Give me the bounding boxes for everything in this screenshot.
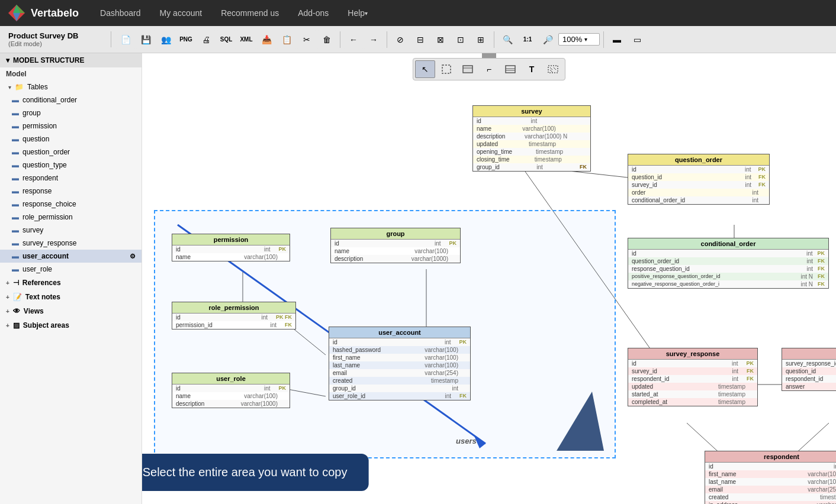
select-tool[interactable]: ↖ [415,60,435,78]
zoom-level[interactable]: 100% ▾ [558,33,600,46]
lasso-tool[interactable] [436,60,456,78]
align-left-button[interactable]: ⊟ [411,30,430,49]
import-button[interactable]: 📥 [257,30,276,49]
nav-myaccount[interactable]: My account [150,0,212,26]
sidebar-item-survey_response[interactable]: ▬ survey_response [0,237,142,250]
sidebar-item-permission[interactable]: ▬ permission [0,119,142,133]
zoom-out-button[interactable]: 🔍 [498,30,517,49]
sidebar-item-question_order[interactable]: ▬ question_order [0,146,142,159]
sidebar-references[interactable]: + ⊣ References [0,276,142,290]
svg-rect-4 [463,66,472,73]
sep4 [603,31,604,48]
views-icon: 👁 [13,307,20,315]
sidebar-item-question_type[interactable]: ▬ question_type [0,159,142,172]
logo-text: Vertabelo [31,7,79,20]
sidebar-item-response[interactable]: ▬ response [0,185,142,198]
distribute-h-button[interactable]: ⊡ [451,30,470,49]
table-row: positive_response_question_order_idint N… [628,273,828,280]
table-tool[interactable] [458,60,478,78]
table-row: idintPK [628,166,769,173]
textnotes-expand-icon[interactable]: + [6,294,9,301]
tables-expand-icon[interactable]: ▾ [8,84,11,91]
table-row: response_question_idintFK [628,265,828,273]
print-button[interactable]: 🖨 [197,30,216,49]
table-row: hashed_passwordvarchar(100) [329,346,470,354]
sidebar-item-conditional_order[interactable]: ▬ conditional_order [0,93,142,106]
export-xml-button[interactable]: XML [237,30,256,49]
sidebar-item-role_permission[interactable]: ▬ role_permission [0,211,142,224]
lasso-icon [441,64,452,75]
table-row: negative_response_question_order_iint NF… [628,280,828,288]
nav-dashboard[interactable]: Dashboard [91,0,150,26]
table-icon: ▬ [12,252,19,260]
sidebar: ▾ MODEL STRUCTURE Model ▾ 📁 Tables ▬ con… [0,53,142,504]
area-tool[interactable] [543,60,563,78]
table-row: namevarchar(100) [473,125,590,133]
text-tool[interactable]: T [522,60,542,78]
table-survey_response[interactable]: survey_response idintPK survey_idintFK r… [628,348,758,406]
sidebar-item-group[interactable]: ▬ group [0,106,142,119]
sidebar-item-survey[interactable]: ▬ survey [0,224,142,237]
sidebar-item-question[interactable]: ▬ question [0,133,142,146]
new-doc-button[interactable]: 📄 [116,30,135,49]
settings-icon[interactable]: ⚙ [130,253,136,260]
zoom-in-button[interactable]: 🔎 [538,30,557,49]
sidebar-item-user_role[interactable]: ▬ user_role [0,263,142,276]
nav-addons[interactable]: Add-ons [288,0,338,26]
views-expand-icon[interactable]: + [6,308,9,315]
subject-areas-expand-icon[interactable]: + [6,322,9,329]
elbow-tool[interactable]: ⌐ [479,60,499,78]
sidebar-textnotes[interactable]: + 📝 Text notes [0,290,142,304]
line-tool[interactable] [500,60,520,78]
table-response[interactable]: response survey_response_idintPK FK ques… [782,348,836,391]
table-question_order[interactable]: question_order idintPK question_idintFK … [628,154,770,205]
table-survey-top[interactable]: survey idint namevarchar(100) descriptio… [472,105,591,172]
users-button[interactable]: 👥 [156,30,175,49]
table-role_permission[interactable]: role_permission idintPK FK permission_id… [172,302,296,329]
table-row: idintPK [331,240,460,247]
delete-button[interactable]: 🗑 [317,30,336,49]
undo-button[interactable]: ← [344,30,363,49]
table-row: last_namevarchar(100) [329,361,470,369]
nav-help[interactable]: Help [338,0,377,26]
edit-mode-label: (Edit mode) [8,40,107,47]
table-icon: ▬ [12,122,19,130]
collapse-icon[interactable]: ▾ [6,56,9,64]
table-conditional_order[interactable]: conditional_order idintPK question_order… [628,238,829,289]
align-right-button[interactable]: ⊠ [431,30,450,49]
view-mode-button2[interactable]: ▭ [628,30,647,49]
table-row: idintPK [705,463,836,470]
nav-recommend[interactable]: Recommend us [211,0,288,26]
cut-button[interactable]: ✂ [297,30,316,49]
export-png-button[interactable]: PNG [176,30,195,49]
redo-button[interactable]: → [364,30,383,49]
table-respondent[interactable]: respondent idintPK first_namevarchar(100… [705,451,836,504]
distribute-v-button[interactable]: ⊞ [471,30,490,49]
model-structure-header: ▾ MODEL STRUCTURE [0,53,142,67]
sidebar-item-user_account[interactable]: ▬ user_account ⚙ [0,250,142,263]
tables-group[interactable]: ▾ 📁 Tables [0,80,142,93]
table-row: namevarchar(100) [172,392,290,400]
logo[interactable]: Vertabelo [7,4,79,22]
sidebar-item-respondent[interactable]: ▬ respondent [0,172,142,185]
table-user_role[interactable]: user_role idintPK namevarchar(100) descr… [172,373,290,408]
table-user_account[interactable]: user_account idintPK hashed_passwordvarc… [329,327,471,400]
copy-button[interactable]: 📋 [277,30,296,49]
zoom-fit-button[interactable]: 1:1 [518,30,537,49]
svg-line-11 [554,67,556,70]
references-expand-icon[interactable]: + [6,280,9,286]
sidebar-item-response_choice[interactable]: ▬ response_choice [0,198,142,211]
table-group[interactable]: group idintPK namevarchar(100) descripti… [330,228,461,263]
area-label-users: users [456,437,477,445]
save-button[interactable]: 💾 [136,30,155,49]
zoom-dropdown-icon[interactable]: ▾ [584,36,587,43]
export-sql-button[interactable]: SQL [217,30,236,49]
sidebar-views[interactable]: + 👁 Views [0,304,142,318]
bubble-arrow-svg [545,386,616,457]
toggle-view-button[interactable]: ⊘ [391,30,410,49]
sidebar-subject-areas[interactable]: + ▨ Subject areas [0,318,142,332]
canvas-area[interactable]: ↖ ⌐ T [142,53,836,504]
view-mode-button1[interactable]: ▬ [607,30,626,49]
table-permission[interactable]: permission idintPK namevarchar(100) [172,234,290,261]
table-icon: ▬ [12,135,19,143]
